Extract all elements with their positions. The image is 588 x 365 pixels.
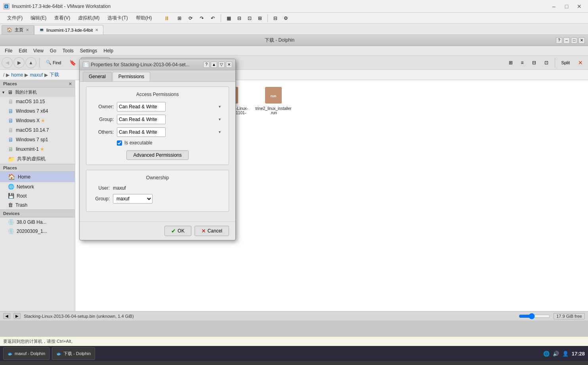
executable-checkbox[interactable] bbox=[117, 140, 122, 146]
executable-label[interactable]: Is executable bbox=[124, 140, 153, 146]
vmware-settings-btn[interactable]: ⚙ bbox=[281, 13, 290, 24]
advanced-permissions-btn[interactable]: Advanced Permissions bbox=[126, 150, 188, 160]
vmware-snap4-btn[interactable]: ↶ bbox=[208, 13, 218, 24]
group-ownership-label: Group: bbox=[92, 196, 110, 202]
access-permissions-title: Access Permissions bbox=[92, 92, 223, 97]
others-row: Others: Can Read & Write Can Read Forbid… bbox=[92, 127, 223, 137]
others-select-wrapper: Can Read & Write Can Read Forbidden bbox=[117, 127, 223, 137]
group-ownership-select[interactable]: maxuf users root bbox=[113, 194, 153, 204]
vmware-menu-vm[interactable]: 虚拟机(M) bbox=[74, 13, 103, 23]
dialog-title: Properties for Stacking-Linux-2013-06-04… bbox=[91, 62, 202, 67]
tab-general[interactable]: General bbox=[83, 72, 112, 81]
owner-select[interactable]: Can Read & Write Can Read Forbidden bbox=[117, 102, 166, 111]
ok-icon: ✔ bbox=[171, 228, 176, 234]
owner-label: Owner: bbox=[92, 104, 114, 110]
access-permissions-section: Access Permissions Owner: Can Read & Wri… bbox=[86, 86, 229, 165]
tab-vm-label: linuxmint-17.3-kde-64bit bbox=[46, 28, 93, 33]
cancel-button[interactable]: ✕ Cancel bbox=[195, 226, 229, 236]
dialog-tabs: General Permissions bbox=[80, 70, 235, 82]
vmware-menu-view[interactable]: 查看(V) bbox=[50, 13, 74, 23]
user-row: User: maxuf bbox=[92, 185, 223, 191]
ownership-section: Ownership User: maxuf Group: maxuf users… bbox=[86, 170, 229, 212]
tab-vm[interactable]: 💻 linuxmint-17.3-kde-64bit ✕ bbox=[34, 25, 103, 35]
tab-vm-icon: 💻 bbox=[39, 28, 44, 32]
user-label: User: bbox=[92, 185, 110, 191]
vmware-snap1-btn[interactable]: ⊞ bbox=[175, 13, 184, 24]
vmware-pause-btn[interactable]: ⏸ bbox=[160, 13, 173, 23]
vmware-view3-btn[interactable]: ⊡ bbox=[245, 13, 254, 24]
vmware-snap2-btn[interactable]: ⟳ bbox=[186, 13, 195, 24]
vmware-view2-btn[interactable]: ⊟ bbox=[235, 13, 244, 24]
dialog-win-controls: ? ▲ ▽ ✕ bbox=[203, 61, 232, 68]
vmware-titlebar: V linuxmint-17.3-kde-64bit - VMware Work… bbox=[0, 0, 588, 13]
group-select-wrapper: Can Read & Write Can Read Forbidden bbox=[117, 115, 223, 124]
dialog-shade-btn[interactable]: ▽ bbox=[218, 61, 225, 68]
maximize-button[interactable]: □ bbox=[561, 2, 572, 11]
group-ownership-row: Group: maxuf users root bbox=[92, 194, 223, 204]
dialog-roll-btn[interactable]: ▲ bbox=[211, 61, 217, 68]
vm-content-area: 下载 - Dolphin ? – □ ✕ File Edit View Go T… bbox=[0, 35, 588, 361]
ok-label: OK bbox=[178, 228, 184, 234]
cancel-icon: ✕ bbox=[201, 228, 206, 234]
close-button[interactable]: ✕ bbox=[574, 2, 585, 11]
dialog-app-icon: 📄 bbox=[83, 61, 89, 68]
owner-row: Owner: Can Read & Write Can Read Forbidd… bbox=[92, 102, 223, 111]
vmware-menu-help[interactable]: 帮助(H) bbox=[132, 13, 156, 23]
ok-button[interactable]: ✔ OK bbox=[164, 226, 191, 236]
owner-select-wrapper: Can Read & Write Can Read Forbidden bbox=[117, 102, 223, 111]
window-controls: – □ ✕ bbox=[548, 2, 585, 11]
dialog-titlebar: 📄 Properties for Stacking-Linux-2013-06-… bbox=[80, 59, 235, 70]
svg-text:V: V bbox=[6, 5, 8, 8]
vm-tabbar: 🏠 主页 ✕ 💻 linuxmint-17.3-kde-64bit ✕ bbox=[0, 24, 588, 35]
properties-dialog: 📄 Properties for Stacking-Linux-2013-06-… bbox=[79, 59, 236, 240]
group-row: Group: Can Read & Write Can Read Forbidd… bbox=[92, 115, 223, 124]
tab-home[interactable]: 🏠 主页 ✕ bbox=[2, 25, 34, 35]
vmware-term-btn[interactable]: ⊟ bbox=[271, 13, 280, 24]
executable-row: Is executable bbox=[117, 140, 223, 146]
tab-permissions[interactable]: Permissions bbox=[113, 72, 150, 81]
vmware-title: linuxmint-17.3-kde-64bit - VMware Workst… bbox=[12, 4, 546, 9]
tab-vm-close[interactable]: ✕ bbox=[95, 28, 98, 32]
vmware-view4-btn[interactable]: ⊞ bbox=[256, 13, 264, 24]
vmware-app-icon: V bbox=[3, 3, 10, 10]
vmware-view1-btn[interactable]: ▦ bbox=[224, 13, 233, 24]
tab-home-icon: 🏠 bbox=[7, 27, 12, 33]
group-label: Group: bbox=[92, 117, 114, 122]
vmware-snap3-btn[interactable]: ↷ bbox=[197, 13, 206, 24]
others-select[interactable]: Can Read & Write Can Read Forbidden bbox=[117, 127, 166, 137]
dialog-overlay: 📄 Properties for Stacking-Linux-2013-06-… bbox=[0, 35, 588, 361]
vmware-menu-edit[interactable]: 编辑(E) bbox=[27, 13, 50, 23]
dialog-help-btn[interactable]: ? bbox=[203, 61, 210, 68]
dialog-buttons: ✔ OK ✕ Cancel bbox=[80, 221, 235, 240]
tab-home-close[interactable]: ✕ bbox=[26, 28, 29, 32]
vmware-menu-tabs[interactable]: 选项卡(T) bbox=[103, 13, 132, 23]
vmware-menu-file[interactable]: 文件(F) bbox=[3, 13, 27, 23]
user-value: maxuf bbox=[113, 185, 126, 191]
group-select[interactable]: Can Read & Write Can Read Forbidden bbox=[117, 115, 166, 124]
others-label: Others: bbox=[92, 129, 114, 135]
dialog-close-btn[interactable]: ✕ bbox=[226, 61, 232, 68]
minimize-button[interactable]: – bbox=[548, 2, 559, 11]
dialog-content: Access Permissions Owner: Can Read & Wri… bbox=[80, 82, 235, 221]
cancel-label: Cancel bbox=[208, 228, 222, 234]
tab-home-label: 主页 bbox=[15, 27, 23, 33]
ownership-title: Ownership bbox=[92, 175, 223, 181]
vmware-menubar: 文件(F) 编辑(E) 查看(V) 虚拟机(M) 选项卡(T) 帮助(H) ⏸ … bbox=[0, 13, 588, 24]
